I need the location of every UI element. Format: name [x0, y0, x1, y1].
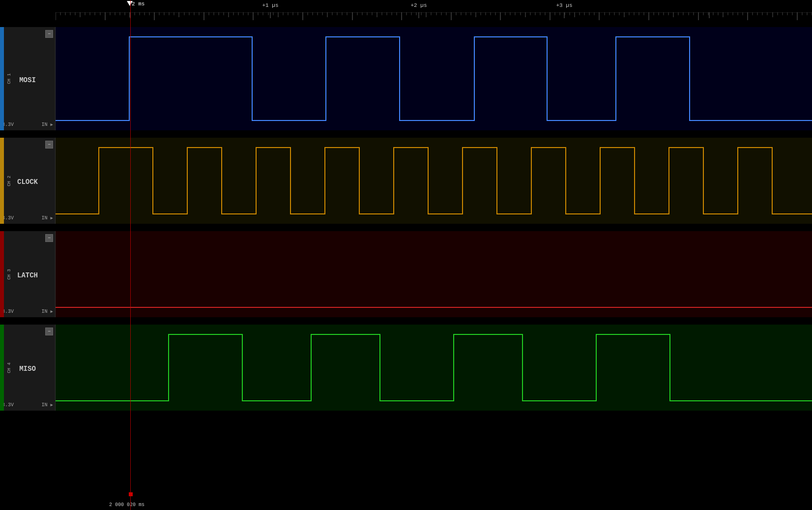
- mosi-bottom-info: 3.3V IN ▶: [2, 122, 53, 127]
- latch-color-strip: [0, 231, 4, 317]
- trigger-time-label: 2 ms: [132, 1, 145, 7]
- time-ruler: 2 ms +1 µs +2 µs +3 µs // ticks generate…: [0, 0, 812, 27]
- channel-latch-label: − LATCH 3.3V IN ▶ CH 3: [0, 231, 56, 317]
- miso-direction: IN ▶: [42, 402, 53, 408]
- miso-ch-label: CH 4: [7, 362, 12, 373]
- miso-waveform: [56, 325, 812, 411]
- mosi-waveform: [56, 27, 812, 130]
- clock-direction: IN ▶: [42, 215, 53, 221]
- clock-bottom-info: 3.3V IN ▶: [2, 215, 53, 221]
- channel-miso-label: − MISO 3.3V IN ▶ CH 4: [0, 325, 56, 411]
- latch-bottom-info: 3.3V IN ▶: [2, 309, 53, 314]
- channel-mosi: − MOSI 3.3V IN ▶ CH 1: [0, 27, 812, 130]
- miso-color-strip: [0, 325, 4, 411]
- clock-color-strip: [0, 138, 4, 224]
- mosi-ch-label: CH 1: [7, 73, 12, 84]
- bottom-cursor-dot: [129, 492, 133, 496]
- time-marker-1: +1 µs: [262, 2, 278, 8]
- latch-direction: IN ▶: [42, 309, 53, 314]
- clock-ch-label: CH 2: [7, 176, 12, 186]
- time-marker-3: +3 µs: [556, 2, 572, 8]
- time-marker-2: +2 µs: [410, 2, 427, 8]
- channel-latch: − LATCH 3.3V IN ▶ CH 3: [0, 231, 812, 317]
- channel-clock: − CLOCK 3.3V IN ▶ CH 2: [0, 138, 812, 224]
- latch-ch-label: CH 3: [7, 269, 12, 280]
- gap-clock-latch: [0, 224, 812, 231]
- clock-collapse-btn[interactable]: −: [45, 141, 53, 149]
- gap-mosi-clock: [0, 130, 812, 138]
- clock-waveform-svg: [56, 138, 812, 224]
- miso-waveform-svg: [56, 325, 812, 411]
- latch-waveform-svg: [56, 231, 812, 317]
- gap-latch-miso: [0, 317, 812, 325]
- latch-collapse-btn[interactable]: −: [45, 234, 53, 242]
- bottom-cursor-label: 2 000 020 ms: [109, 502, 145, 508]
- channel-miso: − MISO 3.3V IN ▶ CH 4: [0, 325, 812, 411]
- oscilloscope-display: 2 ms +1 µs +2 µs +3 µs // ticks generate…: [0, 0, 812, 510]
- mosi-waveform-svg: [56, 27, 812, 130]
- mosi-color-strip: [0, 27, 4, 130]
- channel-clock-label: − CLOCK 3.3V IN ▶ CH 2: [0, 138, 56, 224]
- trigger-arrow: [127, 1, 133, 6]
- clock-waveform: [56, 138, 812, 224]
- channel-mosi-label: − MOSI 3.3V IN ▶ CH 1: [0, 27, 56, 130]
- latch-waveform: [56, 231, 812, 317]
- mosi-collapse-btn[interactable]: −: [45, 30, 53, 38]
- trigger-cursor-line: [130, 0, 131, 510]
- miso-collapse-btn[interactable]: −: [45, 328, 53, 335]
- mosi-direction: IN ▶: [42, 122, 53, 127]
- bottom-bar: 2 000 020 ms: [0, 411, 812, 510]
- miso-bottom-info: 3.3V IN ▶: [2, 402, 53, 408]
